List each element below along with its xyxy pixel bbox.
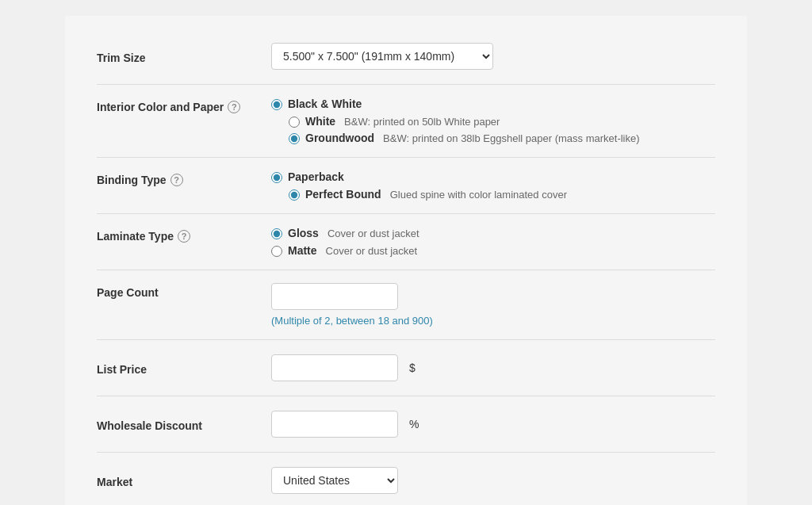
perfectbound-radio[interactable] xyxy=(289,189,300,201)
wholesale-discount-label-text: Wholesale Discount xyxy=(97,419,202,432)
wholesale-discount-label: Wholesale Discount xyxy=(97,416,271,432)
paperback-label: Paperback xyxy=(288,170,344,183)
list-price-currency: $ xyxy=(409,362,416,374)
binding-type-radio-group: Paperback Perfect Bound Glued spine with… xyxy=(271,170,567,201)
laminate-type-content: Gloss Cover or dust jacket Matte Cover o… xyxy=(271,227,715,257)
page-count-row: Page Count 280 (Multiple of 2, between 1… xyxy=(97,274,715,336)
market-row: Market United States United Kingdom Euro… xyxy=(97,456,715,505)
market-label: Market xyxy=(97,472,271,488)
perfectbound-label: Perfect Bound xyxy=(305,188,381,201)
interior-sub-options: White B&W: printed on 50lb White paper G… xyxy=(289,115,640,144)
groundwood-label: Groundwood xyxy=(305,132,374,144)
interior-color-help-icon[interactable]: ? xyxy=(228,101,240,113)
white-option: White B&W: printed on 50lb White paper xyxy=(289,115,640,128)
white-desc: B&W: printed on 50lb White paper xyxy=(344,116,500,128)
interior-color-content: Black & White White B&W: printed on 50lb… xyxy=(271,98,715,144)
bw-label: Black & White xyxy=(288,98,362,110)
trim-size-label: Trim Size xyxy=(97,48,271,64)
perfect-bound-option: Perfect Bound Glued spine with color lam… xyxy=(289,188,567,201)
trim-size-row: Trim Size 5.500" x 7.500" (191mm x 140mm… xyxy=(97,32,715,81)
page-count-content: 280 (Multiple of 2, between 18 and 900) xyxy=(271,283,715,327)
white-label: White xyxy=(305,115,335,128)
laminate-type-row: Laminate Type ? Gloss Cover or dust jack… xyxy=(97,217,715,266)
interior-color-label-text: Interior Color and Paper xyxy=(97,101,224,113)
bw-radio[interactable] xyxy=(271,99,282,110)
groundwood-radio[interactable] xyxy=(289,133,300,144)
groundwood-option: Groundwood B&W: printed on 38lb Eggshell… xyxy=(289,132,640,144)
binding-type-help-icon[interactable]: ? xyxy=(170,174,183,186)
interior-color-radio-group: Black & White White B&W: printed on 50lb… xyxy=(271,98,640,144)
page-count-label-text: Page Count xyxy=(97,286,159,299)
list-price-label: List Price xyxy=(97,360,271,376)
paperback-option: Paperback xyxy=(271,170,567,183)
gloss-desc: Cover or dust jacket xyxy=(327,228,419,239)
binding-type-row: Binding Type ? Paperback Perfect Bound G… xyxy=(97,161,715,210)
binding-type-label: Binding Type ? xyxy=(97,170,271,186)
perfectbound-desc: Glued spine with color laminated cover xyxy=(390,189,567,201)
laminate-type-help-icon[interactable]: ? xyxy=(178,230,190,243)
binding-type-content: Paperback Perfect Bound Glued spine with… xyxy=(271,170,715,201)
gloss-option: Gloss Cover or dust jacket xyxy=(271,227,419,239)
trim-size-content: 5.500" x 7.500" (191mm x 140mm) 6.000" x… xyxy=(271,43,715,70)
binding-type-label-text: Binding Type xyxy=(97,174,167,186)
wholesale-discount-row: Wholesale Discount 50 % xyxy=(97,400,715,449)
laminate-type-label-text: Laminate Type xyxy=(97,230,174,243)
gloss-radio[interactable] xyxy=(271,228,282,239)
white-radio[interactable] xyxy=(289,117,300,128)
gloss-label: Gloss xyxy=(288,227,319,239)
market-label-text: Market xyxy=(97,476,132,488)
calculator-form: Trim Size 5.500" x 7.500" (191mm x 140mm… xyxy=(65,16,747,505)
list-price-row: List Price 11.99 $ xyxy=(97,343,715,392)
wholesale-discount-input[interactable]: 50 xyxy=(271,411,398,438)
matte-desc: Cover or dust jacket xyxy=(326,245,418,257)
binding-sub-options: Perfect Bound Glued spine with color lam… xyxy=(289,188,567,201)
trim-size-label-text: Trim Size xyxy=(97,52,145,64)
wholesale-discount-percent: % xyxy=(409,418,419,430)
bw-option: Black & White xyxy=(271,98,640,110)
wholesale-discount-content: 50 % xyxy=(271,411,419,438)
list-price-content: 11.99 $ xyxy=(271,354,416,381)
page-count-hint: (Multiple of 2, between 18 and 900) xyxy=(271,315,433,327)
list-price-input[interactable]: 11.99 xyxy=(271,354,398,381)
paperback-radio[interactable] xyxy=(271,172,282,183)
laminate-type-label: Laminate Type ? xyxy=(97,227,271,243)
matte-label: Matte xyxy=(288,244,317,257)
market-content: United States United Kingdom European Un… xyxy=(271,467,715,494)
interior-color-label: Interior Color and Paper ? xyxy=(97,98,271,113)
matte-radio[interactable] xyxy=(271,246,282,257)
matte-option: Matte Cover or dust jacket xyxy=(271,244,419,257)
page-count-input[interactable]: 280 xyxy=(271,283,398,310)
groundwood-desc: B&W: printed on 38lb Eggshell paper (mas… xyxy=(383,132,639,144)
interior-color-row: Interior Color and Paper ? Black & White… xyxy=(97,88,715,154)
page-count-label: Page Count xyxy=(97,283,271,299)
market-select[interactable]: United States United Kingdom European Un… xyxy=(271,467,398,494)
list-price-label-text: List Price xyxy=(97,363,147,376)
trim-size-select[interactable]: 5.500" x 7.500" (191mm x 140mm) 6.000" x… xyxy=(271,43,493,70)
laminate-type-radio-group: Gloss Cover or dust jacket Matte Cover o… xyxy=(271,227,419,257)
